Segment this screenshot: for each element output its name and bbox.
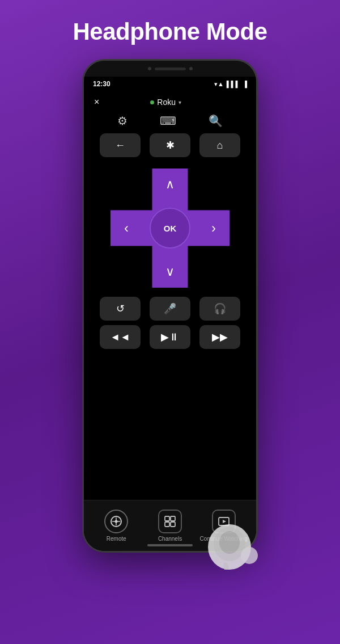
- settings-icon[interactable]: ⚙: [117, 114, 128, 128]
- phone-top-bezel: [84, 61, 256, 77]
- wifi-icon: ▾▲: [214, 81, 224, 88]
- remote-nav-label: Remote: [107, 536, 126, 542]
- phone-shell: 12:30 ▾▲ ▌▌▌ ▐ × Roku ▾ ⚙ ⌨: [82, 59, 258, 553]
- dpad-left-button[interactable]: ‹: [115, 217, 138, 239]
- home-button[interactable]: ⌂: [199, 133, 240, 157]
- ok-button[interactable]: OK: [150, 208, 190, 249]
- signal-icon: ▌▌▌: [227, 81, 240, 87]
- phone-mockup: 12:30 ▾▲ ▌▌▌ ▐ × Roku ▾ ⚙ ⌨: [82, 59, 258, 570]
- dpad-right-button[interactable]: ›: [202, 217, 225, 239]
- options-button[interactable]: ✱: [150, 133, 190, 157]
- camera-dot-left: [148, 67, 151, 70]
- dpad: ∧ ∨ ‹ › OK: [110, 169, 230, 288]
- svg-point-13: [241, 547, 258, 564]
- svg-rect-7: [171, 522, 175, 527]
- play-pause-button[interactable]: ▶⏸: [150, 325, 190, 349]
- remote-nav-icon: [104, 510, 128, 533]
- mic-button[interactable]: 🎤: [150, 297, 190, 321]
- media-row-2: ◄◄ ▶⏸ ▶▶: [97, 325, 243, 349]
- svg-rect-5: [171, 516, 175, 521]
- fast-forward-button[interactable]: ▶▶: [199, 325, 240, 349]
- dpad-container: ∧ ∨ ‹ › OK: [84, 169, 256, 288]
- device-name: Roku: [157, 98, 176, 107]
- media-controls: ↺ 🎤 🎧 ◄◄ ▶⏸ ▶▶: [84, 294, 256, 351]
- nav-item-remote[interactable]: Remote: [90, 510, 143, 542]
- status-icons: ▾▲ ▌▌▌ ▐: [214, 81, 247, 88]
- headphone-button[interactable]: 🎧: [199, 297, 240, 321]
- rewind-button[interactable]: ◄◄: [100, 325, 141, 349]
- search-icon[interactable]: 🔍: [209, 114, 223, 128]
- top-row: × Roku ▾: [84, 91, 256, 111]
- dpad-down-button[interactable]: ∨: [159, 260, 181, 283]
- replay-button[interactable]: ↺: [100, 297, 141, 321]
- status-bar: 12:30 ▾▲ ▌▌▌ ▐: [84, 77, 256, 91]
- back-button[interactable]: ←: [100, 133, 141, 157]
- media-row-1: ↺ 🎤 🎧: [97, 297, 243, 321]
- roku-connection-label[interactable]: Roku ▾: [150, 98, 181, 107]
- connection-status-dot: [150, 100, 154, 104]
- dpad-up-button[interactable]: ∧: [159, 173, 181, 196]
- battery-icon: ▐: [243, 81, 247, 87]
- earbuds-decoration: [178, 502, 258, 570]
- svg-rect-6: [165, 522, 169, 527]
- page-title: Headphone Mode: [73, 18, 267, 45]
- keyboard-icon[interactable]: ⌨: [160, 114, 176, 128]
- speaker-bar: [155, 68, 186, 70]
- svg-point-3: [115, 520, 118, 523]
- camera-dot-right: [189, 67, 193, 70]
- svg-rect-4: [165, 516, 169, 521]
- dropdown-arrow-icon: ▾: [178, 99, 181, 106]
- toolbar: ⚙ ⌨ 🔍: [84, 111, 256, 131]
- status-time: 12:30: [93, 80, 110, 88]
- nav-buttons-row: ← ✱ ⌂: [84, 131, 256, 159]
- close-button[interactable]: ×: [94, 97, 99, 107]
- svg-point-12: [219, 531, 240, 554]
- phone-screen: × Roku ▾ ⚙ ⌨ 🔍 ← ✱ ⌂: [84, 91, 256, 551]
